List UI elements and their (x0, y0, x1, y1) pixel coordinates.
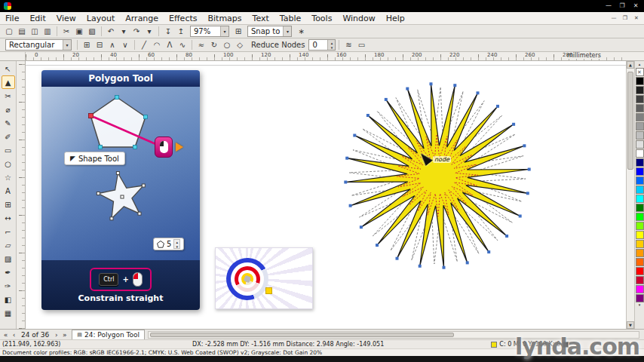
star-node[interactable] (505, 235, 508, 238)
star-node[interactable] (519, 215, 522, 218)
export-icon[interactable]: ↥ (175, 26, 187, 38)
delete-node-icon[interactable]: ⊟ (94, 39, 106, 51)
chevron-down-icon[interactable]: ▾ (220, 26, 228, 36)
ellipse-tool[interactable]: ○ (2, 157, 15, 170)
shape-tool[interactable]: ▲ (2, 75, 15, 89)
text-tool[interactable]: A (2, 184, 15, 198)
break-curve-icon[interactable]: ∨ (119, 39, 131, 51)
close-button[interactable]: ✕ (631, 0, 640, 12)
preset-combo[interactable]: Rectangular ▾ (5, 39, 72, 51)
doc-minimize-button[interactable]: — (610, 15, 618, 21)
last-page-button[interactable]: » (60, 330, 69, 339)
spinner-arrows-icon[interactable]: ▴▾ (327, 40, 335, 50)
star-node[interactable] (496, 105, 499, 108)
fill-tool[interactable]: ◧ (2, 293, 15, 306)
menu-arrange[interactable]: Arrange (120, 12, 164, 24)
color-swatch[interactable] (636, 140, 644, 149)
color-swatch[interactable] (636, 122, 644, 130)
menu-table[interactable]: Table (274, 12, 306, 24)
vertical-scroll-thumb[interactable] (627, 72, 633, 170)
dimension-tool[interactable]: ↔ (2, 211, 15, 225)
ruler-origin[interactable] (0, 52, 26, 60)
star-node[interactable] (360, 225, 363, 229)
star-node[interactable] (138, 212, 141, 215)
pentagon-node[interactable] (133, 146, 137, 149)
convert-to-line-icon[interactable]: ╱ (138, 39, 150, 51)
color-swatch[interactable] (636, 249, 644, 257)
redo-dropdown-icon[interactable]: ▾ (143, 26, 155, 38)
color-swatch[interactable] (636, 213, 644, 221)
minimize-button[interactable]: — (604, 0, 613, 12)
zoom-tool[interactable]: ⌀ (2, 103, 15, 116)
pick-tool[interactable]: ↖ (2, 62, 15, 75)
interactive-fill-tool[interactable]: ▦ (2, 306, 15, 320)
color-swatch[interactable] (636, 131, 644, 140)
star-node[interactable] (512, 123, 515, 126)
points-spinner[interactable]: 5 ▴▾ (153, 238, 184, 250)
undo-dropdown-icon[interactable]: ▾ (118, 26, 130, 38)
star-center-node[interactable] (121, 195, 124, 198)
join-nodes-icon[interactable]: ∧ (106, 39, 118, 51)
add-node-icon[interactable]: ⊞ (81, 39, 93, 51)
restore-button[interactable]: ❐ (618, 0, 627, 12)
color-swatch[interactable] (636, 113, 644, 121)
redo-icon[interactable]: ↷ (130, 26, 143, 38)
star-node[interactable] (349, 204, 352, 207)
no-color-swatch[interactable]: ✕ (636, 68, 644, 76)
star-node[interactable] (477, 91, 480, 94)
star-node[interactable] (353, 134, 356, 137)
crop-tool[interactable]: ✂ (2, 89, 15, 103)
chevron-down-icon[interactable]: ▾ (63, 40, 71, 50)
star-shape[interactable] (338, 76, 537, 275)
options-icon[interactable]: ∗ (295, 26, 307, 38)
cusp-node-icon[interactable]: Λ (164, 39, 176, 51)
color-swatch[interactable] (636, 104, 644, 112)
color-swatch[interactable] (636, 204, 644, 212)
star-node[interactable] (487, 250, 490, 253)
pentagon-node[interactable] (144, 115, 148, 119)
color-swatch[interactable] (636, 86, 644, 94)
star-node[interactable] (526, 192, 529, 195)
polygon-tool[interactable]: ☆ (2, 170, 15, 184)
reduce-nodes-input[interactable]: 0 ▴▾ (308, 39, 336, 51)
menu-effects[interactable]: Effects (164, 12, 202, 24)
palette-scroll-up-icon[interactable]: ▴ (639, 62, 641, 67)
star-node[interactable] (344, 181, 347, 184)
scroll-up-icon[interactable]: ▲ (627, 61, 634, 69)
first-page-button[interactable]: « (2, 330, 10, 339)
star-node[interactable] (376, 244, 379, 247)
color-swatch[interactable] (636, 222, 644, 230)
star-node[interactable] (453, 84, 456, 87)
print-icon[interactable]: ▥ (41, 26, 54, 38)
vertical-scrollbar[interactable]: ▲ ▼ (626, 61, 634, 329)
transparency-tool[interactable]: ▨ (2, 252, 15, 265)
open-icon[interactable]: ▤ (16, 26, 28, 38)
artistic-media-tool[interactable]: ✐ (2, 130, 15, 143)
pentagon-node-active[interactable] (89, 114, 94, 118)
menu-text[interactable]: Text (247, 12, 274, 24)
star-node[interactable] (419, 265, 422, 268)
star-node[interactable] (528, 168, 531, 171)
page-tab[interactable]: ▤ 24: Polygon Tool (72, 330, 145, 339)
star-node[interactable] (406, 87, 409, 90)
palette-scroll-down-icon[interactable]: ▾ (639, 302, 641, 308)
menu-bitmaps[interactable]: Bitmaps (202, 12, 247, 24)
star-node[interactable] (523, 144, 526, 147)
close-curve-icon[interactable]: ○ (221, 39, 233, 51)
color-swatch[interactable] (636, 285, 644, 293)
curve-smoothness-icon[interactable]: ≋ (342, 39, 354, 51)
connector-tool[interactable]: ⌐ (2, 225, 15, 238)
color-swatch[interactable] (636, 258, 644, 266)
color-swatch[interactable] (636, 231, 644, 239)
scroll-down-icon[interactable]: ▼ (627, 321, 634, 329)
star-node[interactable] (110, 217, 113, 220)
undo-icon[interactable]: ↶ (105, 26, 117, 38)
menu-layout[interactable]: Layout (81, 12, 120, 24)
prev-page-button[interactable]: ‹ (10, 330, 18, 339)
symmetric-node-icon[interactable]: ≈ (195, 39, 207, 51)
horizontal-scroll-thumb[interactable] (150, 333, 454, 337)
application-launcher-icon[interactable]: ⊞ (232, 26, 244, 38)
star-node[interactable] (142, 184, 145, 187)
star-node[interactable] (366, 114, 370, 117)
star-node[interactable] (466, 261, 469, 264)
